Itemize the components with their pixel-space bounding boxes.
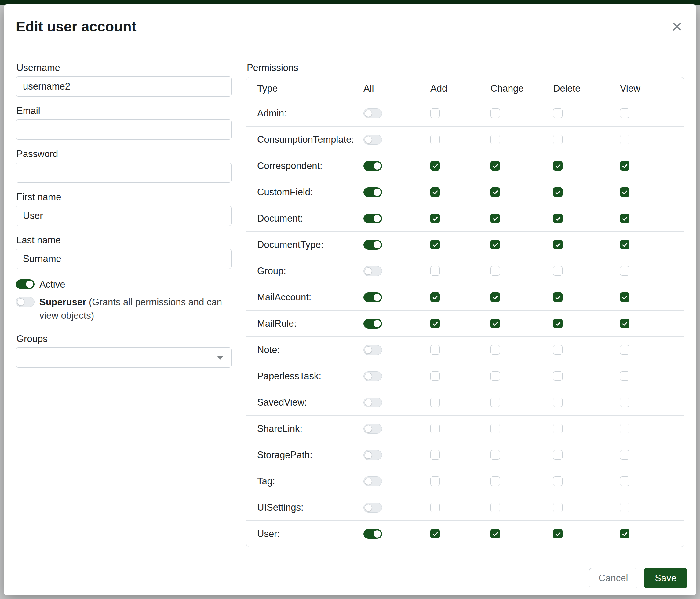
perm-storagepath-add-checkbox[interactable] — [430, 450, 440, 460]
perm-document-change-checkbox[interactable] — [491, 214, 500, 223]
perm-uisettings-delete-checkbox[interactable] — [553, 503, 562, 512]
perm-cell-add — [430, 424, 491, 433]
perm-consumptiontemplate-add-checkbox[interactable] — [430, 135, 440, 144]
active-toggle[interactable] — [16, 279, 34, 289]
perm-mailaccount-all-toggle[interactable] — [364, 292, 382, 302]
save-button[interactable]: Save — [644, 568, 687, 588]
perm-mailrule-all-toggle[interactable] — [364, 319, 382, 329]
perm-note-add-checkbox[interactable] — [430, 345, 440, 355]
perm-correspondent-change-checkbox[interactable] — [491, 161, 500, 170]
perm-tag-all-toggle[interactable] — [364, 476, 382, 486]
perm-cell-delete — [553, 503, 620, 512]
perm-savedview-delete-checkbox[interactable] — [553, 398, 562, 407]
perm-user-change-checkbox[interactable] — [491, 529, 500, 538]
perm-tag-delete-checkbox[interactable] — [553, 476, 562, 486]
perm-uisettings-change-checkbox[interactable] — [491, 503, 500, 512]
perm-savedview-all-toggle[interactable] — [364, 398, 382, 407]
perm-documenttype-add-checkbox[interactable] — [430, 240, 440, 249]
perm-admin-delete-checkbox[interactable] — [553, 109, 562, 118]
perm-sharelink-add-checkbox[interactable] — [430, 424, 440, 433]
perm-correspondent-all-toggle[interactable] — [364, 161, 382, 171]
perm-correspondent-view-checkbox[interactable] — [620, 161, 629, 170]
perm-mailaccount-delete-checkbox[interactable] — [553, 292, 562, 302]
perm-uisettings-all-toggle[interactable] — [364, 503, 382, 512]
perm-sharelink-change-checkbox[interactable] — [491, 424, 500, 433]
perm-mailrule-change-checkbox[interactable] — [491, 319, 500, 328]
last-name-input[interactable] — [16, 249, 231, 269]
perm-savedview-view-checkbox[interactable] — [620, 398, 629, 407]
perm-consumptiontemplate-change-checkbox[interactable] — [491, 135, 500, 144]
perm-sharelink-view-checkbox[interactable] — [620, 424, 629, 433]
perm-sharelink-delete-checkbox[interactable] — [553, 424, 562, 433]
perm-documenttype-view-checkbox[interactable] — [620, 240, 629, 249]
perm-note-change-checkbox[interactable] — [491, 345, 500, 355]
perm-customfield-all-toggle[interactable] — [364, 187, 382, 197]
close-icon[interactable]: × — [672, 18, 682, 36]
perm-customfield-change-checkbox[interactable] — [491, 187, 500, 197]
groups-select[interactable] — [16, 348, 231, 368]
check-icon — [622, 189, 628, 196]
username-input[interactable] — [16, 76, 231, 97]
perm-storagepath-all-toggle[interactable] — [364, 450, 382, 460]
perm-mailaccount-change-checkbox[interactable] — [491, 292, 500, 302]
perm-paperlesstask-change-checkbox[interactable] — [491, 371, 500, 381]
perm-correspondent-delete-checkbox[interactable] — [553, 161, 562, 170]
perm-group-delete-checkbox[interactable] — [553, 266, 562, 275]
email-input[interactable] — [16, 119, 231, 140]
perm-mailrule-view-checkbox[interactable] — [620, 319, 629, 328]
perm-document-add-checkbox[interactable] — [430, 214, 440, 223]
perm-storagepath-change-checkbox[interactable] — [491, 450, 500, 460]
perm-document-all-toggle[interactable] — [364, 214, 382, 223]
superuser-toggle[interactable] — [16, 297, 34, 307]
perm-consumptiontemplate-view-checkbox[interactable] — [620, 135, 629, 144]
perm-customfield-view-checkbox[interactable] — [620, 187, 629, 197]
perm-group-view-checkbox[interactable] — [620, 266, 629, 275]
perm-admin-change-checkbox[interactable] — [491, 109, 500, 118]
perm-customfield-add-checkbox[interactable] — [430, 187, 440, 197]
perm-paperlesstask-all-toggle[interactable] — [364, 371, 382, 381]
perm-user-view-checkbox[interactable] — [620, 529, 629, 538]
perm-sharelink-all-toggle[interactable] — [364, 424, 382, 434]
perm-admin-all-toggle[interactable] — [364, 109, 382, 118]
perm-documenttype-all-toggle[interactable] — [364, 240, 382, 250]
perm-tag-add-checkbox[interactable] — [430, 476, 440, 486]
perm-cell-delete — [553, 240, 620, 249]
perm-consumptiontemplate-delete-checkbox[interactable] — [553, 135, 562, 144]
perm-user-add-checkbox[interactable] — [430, 529, 440, 538]
perm-documenttype-delete-checkbox[interactable] — [553, 240, 562, 249]
perm-paperlesstask-view-checkbox[interactable] — [620, 371, 629, 381]
perm-documenttype-change-checkbox[interactable] — [491, 240, 500, 249]
perm-user-delete-checkbox[interactable] — [553, 529, 562, 538]
perm-group-add-checkbox[interactable] — [430, 266, 440, 275]
perm-savedview-change-checkbox[interactable] — [491, 398, 500, 407]
perm-note-all-toggle[interactable] — [364, 345, 382, 355]
perm-admin-view-checkbox[interactable] — [620, 109, 629, 118]
perm-mailrule-delete-checkbox[interactable] — [553, 319, 562, 328]
first-name-input[interactable] — [16, 206, 231, 226]
perm-tag-change-checkbox[interactable] — [491, 476, 500, 486]
perm-tag-view-checkbox[interactable] — [620, 476, 629, 486]
perm-savedview-add-checkbox[interactable] — [430, 398, 440, 407]
password-input[interactable] — [16, 163, 231, 183]
perm-uisettings-add-checkbox[interactable] — [430, 503, 440, 512]
perm-storagepath-view-checkbox[interactable] — [620, 450, 629, 460]
perm-paperlesstask-add-checkbox[interactable] — [430, 371, 440, 381]
perm-consumptiontemplate-all-toggle[interactable] — [364, 135, 382, 145]
perm-correspondent-add-checkbox[interactable] — [430, 161, 440, 170]
perm-paperlesstask-delete-checkbox[interactable] — [553, 371, 562, 381]
perm-document-delete-checkbox[interactable] — [553, 214, 562, 223]
perm-customfield-delete-checkbox[interactable] — [553, 187, 562, 197]
perm-group-all-toggle[interactable] — [364, 266, 382, 276]
cancel-button[interactable]: Cancel — [589, 568, 638, 588]
perm-user-all-toggle[interactable] — [364, 529, 382, 539]
perm-storagepath-delete-checkbox[interactable] — [553, 450, 562, 460]
perm-mailaccount-view-checkbox[interactable] — [620, 292, 629, 302]
perm-note-delete-checkbox[interactable] — [553, 345, 562, 355]
perm-uisettings-view-checkbox[interactable] — [620, 503, 629, 512]
perm-mailaccount-add-checkbox[interactable] — [430, 292, 440, 302]
perm-admin-add-checkbox[interactable] — [430, 109, 440, 118]
perm-note-view-checkbox[interactable] — [620, 345, 629, 355]
perm-document-view-checkbox[interactable] — [620, 214, 629, 223]
perm-group-change-checkbox[interactable] — [491, 266, 500, 275]
perm-mailrule-add-checkbox[interactable] — [430, 319, 440, 328]
